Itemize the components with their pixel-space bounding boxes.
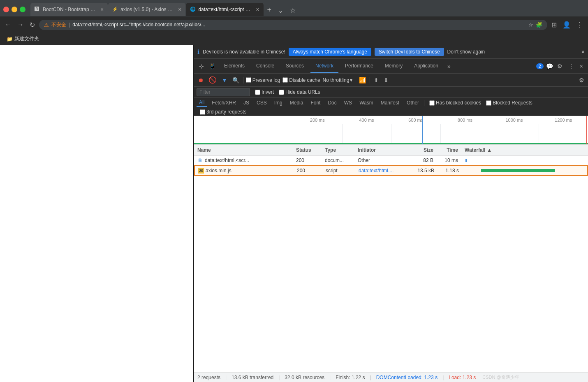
maximize-window-button[interactable] <box>20 7 25 12</box>
tab-console[interactable]: Console <box>251 60 279 73</box>
switch-to-chinese-button[interactable]: Switch DevTools to Chinese <box>375 48 444 56</box>
chip-all[interactable]: All <box>197 99 207 107</box>
address-field[interactable]: ⚠ 不安全 | data:text/html,<script src="http… <box>39 20 547 30</box>
invert-label: Invert <box>262 89 274 95</box>
throttle-dropdown[interactable]: No throttling ▾ <box>323 77 353 83</box>
tab-2[interactable]: ⚡ axios (v1.5.0) - Axios 是一个基... × <box>108 3 186 16</box>
profile-button[interactable]: 👤 <box>561 20 572 30</box>
new-tab-button[interactable]: + <box>264 4 275 16</box>
devtools-close-button[interactable]: × <box>578 62 585 70</box>
chip-wasm[interactable]: Wasm <box>357 99 376 106</box>
chip-css[interactable]: CSS <box>254 99 269 106</box>
blocked-requests-checkbox[interactable]: Blocked Requests <box>486 100 532 106</box>
status-watermark: CSDN @奇遇少年 <box>482 374 519 380</box>
disable-cache-input[interactable] <box>282 77 288 83</box>
table-row-1[interactable]: 🗎 data:text/html,<scr... 200 docum... Ot… <box>194 156 588 165</box>
hide-data-urls-input[interactable] <box>279 90 284 95</box>
import-button[interactable]: ⬆ <box>373 76 380 84</box>
tab-application[interactable]: Application <box>409 60 443 73</box>
header-type[interactable]: Type <box>322 147 354 153</box>
blocked-requests-input[interactable] <box>486 100 491 106</box>
menu-button[interactable]: ⋮ <box>575 20 585 30</box>
table-row-2[interactable]: JS axios.min.js 200 script data:text/htm… <box>194 165 588 176</box>
chip-manifest[interactable]: Manifest <box>378 99 402 106</box>
element-picker-icon[interactable]: ⊹ <box>197 62 206 70</box>
search-button[interactable]: 🔍 <box>231 76 241 84</box>
clear-button[interactable]: 🚫 <box>207 75 218 85</box>
browser-window: 🅱 BootCDN - Bootstrap 中文网开... × ⚡ axios … <box>0 0 588 382</box>
header-status[interactable]: Status <box>293 147 322 153</box>
tab-star-button[interactable]: ☆ <box>287 5 299 16</box>
header-name[interactable]: Name <box>194 147 293 153</box>
chip-js[interactable]: JS <box>241 99 252 106</box>
status-bar: 2 requests | 13.6 kB transferred | 32.0 … <box>194 372 588 382</box>
timeline-label-400: 400 ms <box>342 118 391 123</box>
settings-gear-button[interactable]: ⚙ <box>578 76 586 84</box>
chip-ws[interactable]: WS <box>342 99 354 106</box>
back-button[interactable]: ← <box>3 20 13 29</box>
third-party-input[interactable] <box>200 109 205 115</box>
filter-icon-button[interactable]: ▼ <box>220 76 229 84</box>
header-size[interactable]: Size <box>408 147 437 153</box>
devtools-settings-button[interactable]: ⚙ <box>556 62 564 70</box>
chip-font[interactable]: Font <box>308 99 323 106</box>
match-language-button[interactable]: Always match Chrome's language <box>289 48 371 56</box>
hide-data-urls-checkbox[interactable]: Hide data URLs <box>279 89 320 95</box>
chip-media[interactable]: Media <box>287 99 306 106</box>
tabs-overflow-button[interactable]: » <box>445 61 453 71</box>
dont-show-again[interactable]: Don't show again <box>447 49 485 55</box>
row2-bar <box>481 169 555 172</box>
tab-overflow-button[interactable]: ⌄ <box>275 5 287 16</box>
export-button[interactable]: ⬇ <box>382 76 390 84</box>
tab-close-3[interactable]: × <box>256 6 259 13</box>
chip-doc[interactable]: Doc <box>325 99 339 106</box>
invert-checkbox[interactable]: Invert <box>255 89 274 95</box>
tab-performance[interactable]: Performance <box>340 60 378 73</box>
forward-button[interactable]: → <box>16 20 25 29</box>
record-button[interactable]: ⏺ <box>197 76 205 84</box>
row1-size: 82 B <box>408 157 437 163</box>
tab-memory[interactable]: Memory <box>380 60 407 73</box>
tab-close-1[interactable]: × <box>100 6 104 13</box>
timeline: 200 ms 400 ms 600 ms 800 ms 1000 ms 1200… <box>194 116 588 145</box>
header-time[interactable]: Time <box>437 147 461 153</box>
chip-img[interactable]: Img <box>272 99 285 106</box>
row2-size: 13.5 kB <box>409 168 438 174</box>
preserve-log-checkbox[interactable]: Preserve log <box>246 77 280 83</box>
status-load: Load: 1.23 s <box>449 375 476 380</box>
devtools-more-button[interactable]: ⋮ <box>567 62 576 70</box>
tab-elements[interactable]: Elements <box>219 60 250 73</box>
bookmark-label: 新建文件夹 <box>14 35 39 42</box>
disable-cache-checkbox[interactable]: Disable cache <box>282 77 320 83</box>
blocked-cookies-input[interactable] <box>429 100 435 106</box>
bookmark-item-folder[interactable]: 📁 新建文件夹 <box>3 35 42 43</box>
invert-input[interactable] <box>255 90 260 95</box>
header-initiator[interactable]: Initiator <box>354 147 408 153</box>
extensions-button[interactable]: ⊞ <box>550 20 558 30</box>
tab-3[interactable]: 🌐 data:text/html,<script src="*ht... × <box>186 3 264 16</box>
tabs-bar: 🅱 BootCDN - Bootstrap 中文网开... × ⚡ axios … <box>30 3 585 16</box>
tab-1[interactable]: 🅱 BootCDN - Bootstrap 中文网开... × <box>30 3 108 16</box>
tab-sources[interactable]: Sources <box>281 60 309 73</box>
bookmark-star-icon[interactable]: ☆ <box>528 22 533 28</box>
extension-icon[interactable]: 🧩 <box>536 22 542 28</box>
third-party-checkbox[interactable]: 3rd-party requests <box>200 109 246 115</box>
header-waterfall[interactable]: Waterfall ▲ <box>461 147 588 153</box>
bookmarks-bar: 📁 新建文件夹 <box>0 33 588 45</box>
tab-close-2[interactable]: × <box>178 6 181 13</box>
reload-button[interactable]: ↻ <box>28 20 37 30</box>
chip-fetch[interactable]: Fetch/XHR <box>209 99 238 106</box>
notification-close-button[interactable]: × <box>581 49 585 55</box>
chip-other[interactable]: Other <box>404 99 421 106</box>
filter-input[interactable] <box>197 88 250 96</box>
close-window-button[interactable] <box>3 7 9 12</box>
blocked-cookies-checkbox[interactable]: Has blocked cookies <box>429 100 481 106</box>
minimize-window-button[interactable] <box>12 7 17 12</box>
tab-network[interactable]: Network <box>310 60 338 73</box>
device-toggle-icon[interactable]: 📱 <box>207 62 218 70</box>
row2-initiator-link[interactable]: data:text/html.... <box>359 168 394 174</box>
throttle-chevron-icon: ▾ <box>350 77 352 83</box>
row1-waterfall <box>461 157 588 163</box>
preserve-log-input[interactable] <box>246 77 251 83</box>
hide-data-urls-label: Hide data URLs <box>285 89 320 95</box>
